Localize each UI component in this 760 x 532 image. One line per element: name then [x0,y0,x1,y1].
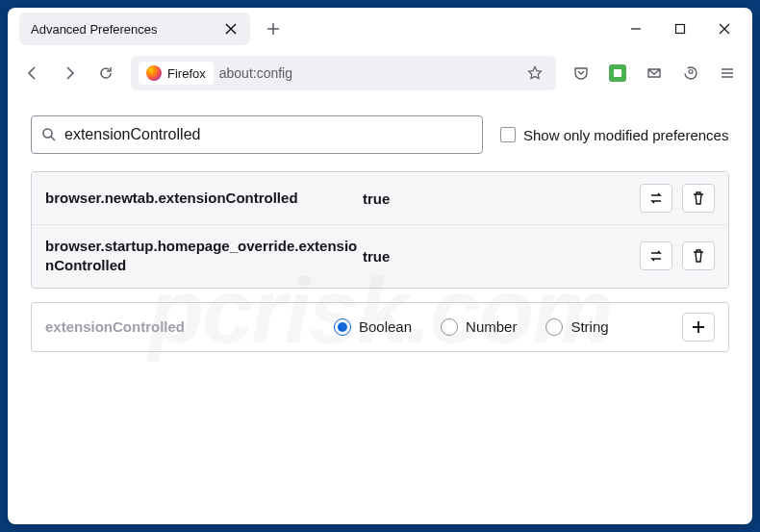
url-text: about:config [219,65,521,81]
arrows-icon [648,190,664,206]
back-button[interactable] [15,56,50,90]
identity-box[interactable]: Firefox [139,62,214,85]
menu-icon[interactable] [710,56,745,90]
type-radio-group: Boolean Number String [334,318,682,336]
radio-string[interactable]: String [545,318,608,336]
close-tab-icon[interactable] [223,21,239,37]
pref-row: browser.newtab.extensionControlled true [32,172,728,224]
search-box[interactable] [31,115,483,154]
firefox-icon [146,65,162,81]
radio-label: String [570,318,608,335]
search-input[interactable] [64,126,472,143]
minimize-button[interactable] [614,13,658,44]
radio-number[interactable]: Number [441,318,517,336]
svg-point-3 [43,129,52,138]
radio-label: Boolean [359,318,412,335]
bookmark-star-icon[interactable] [521,60,548,87]
pref-value: true [363,248,640,265]
pref-row: browser.startup.homepage_override.extens… [32,224,728,288]
navigation-toolbar: Firefox about:config [8,50,752,96]
radio-icon[interactable] [334,318,351,336]
trash-icon [691,190,706,206]
radio-label: Number [466,318,517,335]
pref-name: browser.newtab.extensionControlled [45,189,363,208]
new-preference-row: extensionControlled Boolean Number Strin… [31,302,729,352]
account-icon[interactable] [673,56,708,90]
reload-button[interactable] [89,56,123,90]
about-config-content: pcrisk.com Show only modified preference… [8,96,752,524]
extension-icon[interactable] [600,56,635,90]
checkbox-icon[interactable] [500,127,516,142]
delete-button[interactable] [682,184,715,213]
toggle-button[interactable] [640,241,672,270]
pref-value: true [363,190,640,207]
radio-boolean[interactable]: Boolean [334,318,412,336]
url-bar[interactable]: Firefox about:config [131,56,556,90]
inbox-icon[interactable] [637,56,671,90]
toggle-button[interactable] [640,184,672,213]
titlebar: Advanced Preferences [8,8,752,50]
delete-button[interactable] [682,241,715,270]
new-tab-button[interactable] [258,13,289,44]
plus-icon [691,319,706,335]
pref-name: browser.startup.homepage_override.extens… [45,237,363,276]
svg-rect-0 [676,25,685,34]
identity-label: Firefox [167,66,206,81]
tab-title: Advanced Preferences [31,22,223,37]
show-modified-checkbox[interactable]: Show only modified preferences [500,127,728,143]
close-window-button[interactable] [702,13,747,44]
svg-point-2 [689,70,693,74]
search-icon [41,127,57,142]
maximize-button[interactable] [658,13,702,44]
radio-icon[interactable] [545,318,563,336]
arrows-icon [648,248,664,264]
checkbox-label: Show only modified preferences [523,127,728,143]
forward-button[interactable] [52,56,87,90]
preferences-table: browser.newtab.extensionControlled true … [31,171,729,289]
browser-tab[interactable]: Advanced Preferences [19,13,250,45]
trash-icon [691,248,706,264]
new-pref-name: extensionControlled [45,318,334,335]
pocket-icon[interactable] [564,56,598,90]
add-button[interactable] [682,313,715,342]
radio-icon[interactable] [441,318,458,336]
